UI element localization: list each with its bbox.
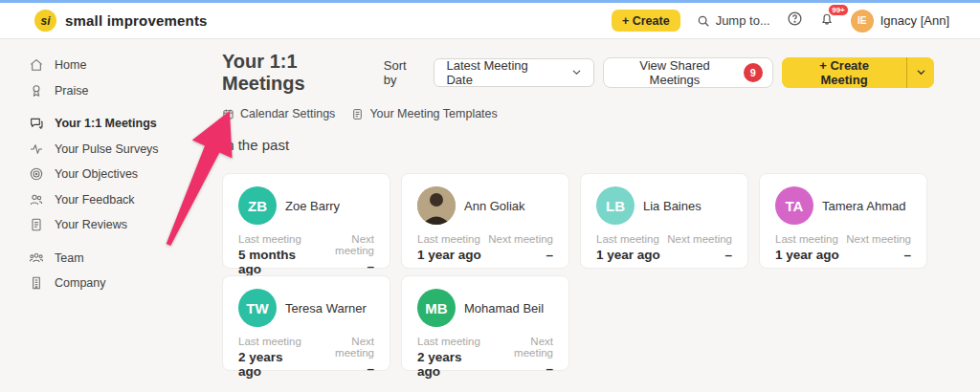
calendar-settings-link[interactable]: Calendar Settings <box>222 107 335 120</box>
search-icon <box>697 14 710 28</box>
create-button[interactable]: + Create <box>612 10 680 32</box>
avatar: LB <box>596 186 635 225</box>
team-icon <box>29 250 44 266</box>
sort-dropdown-value: Latest Meeting Date <box>446 58 555 87</box>
app-logo[interactable]: si small improvements <box>34 10 208 32</box>
sidebar-item-label: Company <box>55 276 106 290</box>
next-meeting-label: Next meeting <box>846 233 911 245</box>
meeting-card[interactable]: MB Mohamad Beil Last meeting2 years ago … <box>401 275 569 371</box>
meeting-card[interactable]: ZB Zoe Barry Last meeting5 months ago Ne… <box>222 173 390 269</box>
person-name: Teresa Warner <box>285 301 367 316</box>
next-meeting-label: Next meeting <box>315 233 374 256</box>
target-icon <box>29 166 44 182</box>
top-bar: si small improvements + Create Jump to..… <box>0 3 980 39</box>
sidebar-item-praise[interactable]: Praise <box>29 78 222 104</box>
shared-meetings-count-badge: 9 <box>744 63 763 82</box>
jump-to-search[interactable]: Jump to... <box>697 13 770 28</box>
person-name: Ann Goliak <box>464 199 525 213</box>
create-meeting-split-button: + Create Meeting <box>782 57 934 88</box>
sidebar-item-your-1-1-meetings[interactable]: Your 1:1 Meetings <box>29 111 222 137</box>
view-shared-meetings-button[interactable]: View Shared Meetings 9 <box>603 57 773 88</box>
chevron-down-icon <box>571 66 582 80</box>
user-menu[interactable]: IE Ignacy [Ann] <box>851 10 949 33</box>
logo-icon: si <box>34 10 56 32</box>
next-meeting-label: Next meeting <box>309 336 374 359</box>
sidebar-item-team[interactable]: Team <box>29 246 222 272</box>
next-meeting-value: – <box>846 248 911 262</box>
sidebar-item-label: Your Objectives <box>55 167 138 181</box>
person-photo-silhouette <box>417 186 456 225</box>
help-button[interactable] <box>787 11 803 31</box>
next-meeting-value: – <box>315 259 374 273</box>
sidebar-item-your-reviews[interactable]: Your Reviews <box>29 212 222 238</box>
sidebar-item-label: Your Feedback <box>55 193 135 207</box>
next-meeting-label: Next meeting <box>667 233 732 245</box>
person-name: Lia Baines <box>643 199 702 213</box>
meeting-card[interactable]: TA Tamera Ahmad Last meeting1 year ago N… <box>759 173 927 269</box>
sidebar-item-label: Praise <box>55 84 88 98</box>
meeting-templates-label: Your Meeting Templates <box>369 107 497 120</box>
sidebar-item-label: Your Reviews <box>55 218 127 231</box>
sidebar-item-your-objectives[interactable]: Your Objectives <box>29 162 222 187</box>
sort-by-label: Sort by <box>384 58 423 87</box>
last-meeting-label: Last meeting <box>775 233 839 245</box>
last-meeting-label: Last meeting <box>417 233 481 245</box>
last-meeting-value: 2 years ago <box>417 350 488 379</box>
sidebar-item-label: Your Pulse Surveys <box>55 142 159 156</box>
avatar-photo <box>417 186 456 225</box>
person-name: Mohamad Beil <box>464 301 544 316</box>
sidebar-item-label: Home <box>55 58 86 72</box>
meeting-templates-link[interactable]: Your Meeting Templates <box>351 107 497 120</box>
next-meeting-label: Next meeting <box>488 336 553 359</box>
meeting-card[interactable]: TW Teresa Warner Last meeting2 years ago… <box>222 275 390 371</box>
create-meeting-button[interactable]: + Create Meeting <box>782 57 908 88</box>
notification-count-badge: 99+ <box>828 4 850 16</box>
sort-dropdown[interactable]: Latest Meeting Date <box>434 58 593 87</box>
meeting-card[interactable]: Ann Goliak Last meeting1 year ago Next m… <box>401 173 569 269</box>
chat-bubbles-icon <box>29 116 44 131</box>
notifications-button[interactable]: 99+ <box>819 11 835 31</box>
last-meeting-value: 1 year ago <box>596 248 660 262</box>
next-meeting-value: – <box>667 248 732 262</box>
sidebar-item-your-pulse-surveys[interactable]: Your Pulse Surveys <box>29 137 222 163</box>
last-meeting-label: Last meeting <box>417 336 488 347</box>
sidebar-item-your-feedback[interactable]: Your Feedback <box>29 187 222 213</box>
sidebar-item-company[interactable]: Company <box>29 271 222 296</box>
calendar-icon <box>222 108 234 120</box>
avatar: MB <box>417 289 456 327</box>
next-meeting-value: – <box>309 361 374 376</box>
home-icon <box>29 57 44 73</box>
avatar: ZB <box>238 186 277 225</box>
template-doc-icon <box>351 108 364 120</box>
user-avatar: IE <box>851 10 874 33</box>
last-meeting-value: 1 year ago <box>417 248 481 262</box>
chevron-down-icon <box>916 66 926 80</box>
person-name: Zoe Barry <box>285 199 340 213</box>
meeting-card[interactable]: LB Lia Baines Last meeting1 year ago Nex… <box>580 173 748 269</box>
view-shared-meetings-label: View Shared Meetings <box>613 58 736 87</box>
app-title: small improvements <box>65 12 208 29</box>
sidebar: Home Praise Your 1:1 Meetings Your Pulse… <box>0 39 222 371</box>
person-name: Tamera Ahmad <box>822 199 905 213</box>
meetings-card-grid: ZB Zoe Barry Last meeting5 months ago Ne… <box>222 173 934 371</box>
help-icon <box>787 11 803 31</box>
user-name: Ignacy [Ann] <box>880 13 949 28</box>
last-meeting-label: Last meeting <box>238 336 309 347</box>
last-meeting-value: 2 years ago <box>238 350 309 379</box>
section-title-in-the-past: In the past <box>222 137 934 153</box>
building-icon <box>29 275 44 291</box>
two-people-icon <box>29 192 44 207</box>
sidebar-item-label: Your 1:1 Meetings <box>55 117 157 130</box>
main-content: Your 1:1 Meetings Sort by Latest Meeting… <box>222 39 980 371</box>
last-meeting-label: Last meeting <box>238 233 315 245</box>
next-meeting-value: – <box>488 248 553 262</box>
document-icon <box>29 217 44 232</box>
sidebar-item-home[interactable]: Home <box>29 53 222 78</box>
calendar-settings-label: Calendar Settings <box>240 107 335 120</box>
last-meeting-value: 1 year ago <box>775 248 839 262</box>
page-title: Your 1:1 Meetings <box>222 51 384 95</box>
create-meeting-caret-button[interactable] <box>907 57 934 88</box>
pulse-icon <box>29 142 44 157</box>
next-meeting-label: Next meeting <box>488 233 553 245</box>
medal-icon <box>29 83 44 98</box>
